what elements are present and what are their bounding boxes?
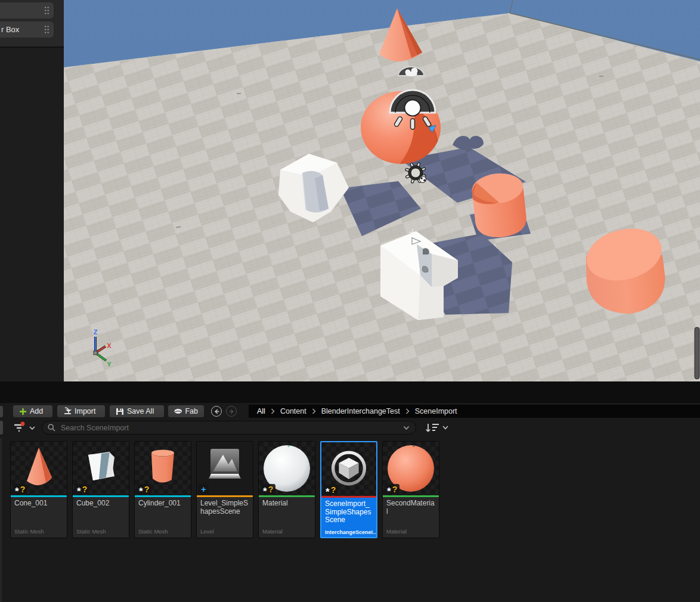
search-bar[interactable] bbox=[42, 421, 416, 435]
asset-name: SceneImport_SimpleShapesScene bbox=[321, 498, 376, 525]
search-input[interactable] bbox=[60, 423, 403, 433]
sky-light-icon[interactable] bbox=[390, 90, 435, 129]
modified-star-icon: * bbox=[77, 489, 81, 495]
chevron-right-icon bbox=[405, 408, 410, 414]
plus-icon bbox=[19, 408, 27, 415]
asset-name: Cylinder_001 bbox=[135, 497, 191, 508]
asset-name: Cone_001 bbox=[11, 497, 67, 508]
viewport-scrollbar[interactable] bbox=[695, 327, 699, 379]
sort-settings-button[interactable] bbox=[425, 422, 451, 434]
modified-star-icon: * bbox=[326, 489, 330, 495]
breadcrumb: All Content BlenderInterchangeTest Scene… bbox=[249, 405, 700, 418]
asset-badges: * ? bbox=[385, 484, 399, 494]
asset-type: Static Mesh bbox=[14, 528, 44, 535]
panel-divider-band bbox=[0, 381, 700, 403]
asset-type: Material bbox=[386, 528, 407, 535]
arrow-right-icon bbox=[229, 409, 234, 414]
save-all-button[interactable]: Save All bbox=[109, 405, 165, 418]
unknown-source-icon: ? bbox=[82, 485, 88, 494]
add-button-label: Add bbox=[30, 407, 43, 415]
asset-badges: * ? bbox=[323, 485, 338, 495]
fab-button-label: Fab bbox=[185, 407, 198, 415]
asset-tile-material[interactable]: * ? Material Material bbox=[258, 441, 315, 538]
asset-type: Level bbox=[200, 528, 214, 535]
drag-grip-icon[interactable] bbox=[44, 25, 49, 34]
asset-tile-secondmaterial[interactable]: * ? SecondMaterial Material bbox=[382, 441, 439, 538]
asset-badges: * ? bbox=[75, 484, 89, 494]
asset-tile-cube-002[interactable]: * ? Cube_002 Static Mesh bbox=[72, 441, 129, 538]
viewport-3d[interactable]: Z X Y bbox=[64, 0, 700, 381]
filter-button[interactable] bbox=[13, 421, 37, 435]
asset-thumbnail: * ? bbox=[383, 442, 439, 495]
asset-thumbnail: * ? bbox=[11, 442, 67, 495]
modified-star-icon: * bbox=[387, 489, 391, 495]
import-button[interactable]: Import bbox=[57, 405, 106, 418]
breadcrumb-item[interactable]: Content bbox=[280, 407, 306, 415]
asset-tile-level-simpleshapesscene[interactable]: + Level_SimpleShapesScene Level bbox=[196, 441, 253, 538]
panel-row-1[interactable] bbox=[0, 2, 54, 18]
asset-thumbnail: * ? bbox=[73, 442, 129, 495]
drag-grip-icon[interactable] bbox=[44, 6, 49, 15]
newly-added-icon: + bbox=[201, 484, 206, 494]
asset-name: SecondMaterial bbox=[383, 497, 439, 516]
save-icon bbox=[116, 407, 124, 415]
unknown-source-icon: ? bbox=[331, 485, 336, 495]
asset-tile-sceneimport-simpleshapesscene[interactable]: * ? SceneImport_SimpleShapesScene Interc… bbox=[320, 441, 377, 538]
asset-type: InterchangeSceneI… bbox=[325, 529, 377, 535]
content-browser: Add Import Save All Fab bbox=[0, 403, 700, 602]
asset-type: Material bbox=[262, 528, 283, 535]
modified-star-icon: * bbox=[263, 489, 267, 495]
forward-button[interactable] bbox=[226, 406, 237, 417]
unknown-source-icon: ? bbox=[392, 485, 398, 494]
asset-thumbnail: + bbox=[197, 442, 253, 495]
asset-badges: * ? bbox=[137, 484, 151, 494]
chevron-right-icon bbox=[312, 408, 316, 414]
unknown-source-icon: ? bbox=[268, 485, 274, 494]
import-button-label: Import bbox=[75, 407, 95, 415]
breadcrumb-item[interactable]: All bbox=[257, 407, 265, 415]
search-icon bbox=[48, 424, 55, 432]
asset-type: Static Mesh bbox=[138, 528, 168, 535]
unknown-source-icon: ? bbox=[144, 485, 150, 494]
asset-badges: * ? bbox=[13, 484, 27, 494]
asset-name: Cube_002 bbox=[73, 497, 129, 508]
chevron-right-icon bbox=[271, 408, 275, 414]
unknown-source-icon: ? bbox=[20, 485, 26, 494]
saved-search-chevron-icon[interactable] bbox=[403, 426, 410, 430]
axis-y-label: Y bbox=[107, 361, 111, 368]
asset-tile-cylinder-001[interactable]: * ? Cylinder_001 Static Mesh bbox=[134, 441, 191, 538]
left-edge-button[interactable] bbox=[0, 406, 3, 417]
arrow-left-icon bbox=[214, 409, 219, 414]
modified-star-icon: * bbox=[15, 489, 19, 495]
save-all-button-label: Save All bbox=[127, 407, 154, 415]
import-icon bbox=[63, 407, 72, 415]
fab-icon bbox=[174, 408, 182, 415]
asset-thumbnail: * ? bbox=[135, 442, 191, 495]
modified-star-icon: * bbox=[139, 489, 143, 495]
fab-button[interactable]: Fab bbox=[168, 405, 205, 418]
asset-badges: + bbox=[199, 484, 209, 494]
left-edge-button[interactable] bbox=[0, 421, 3, 435]
viewport-scene: Z X Y bbox=[64, 0, 700, 381]
breadcrumb-item[interactable]: SceneImport bbox=[415, 407, 457, 415]
asset-thumbnail: * ? bbox=[259, 442, 315, 495]
panel-row-2-label: r Box bbox=[1, 25, 19, 34]
axis-z-label: Z bbox=[94, 328, 98, 336]
asset-thumbnail: * ? bbox=[321, 442, 376, 496]
breadcrumb-item[interactable]: BlenderInterchangeTest bbox=[321, 407, 400, 415]
panel-row-2[interactable]: r Box bbox=[0, 21, 54, 38]
salmon-cylinder-mesh[interactable] bbox=[470, 171, 528, 240]
back-button[interactable] bbox=[211, 406, 222, 417]
asset-type: Static Mesh bbox=[76, 528, 106, 535]
left-panel-sliver bbox=[0, 438, 2, 602]
left-panel-header: r Box bbox=[0, 0, 64, 48]
asset-name: Material bbox=[259, 497, 315, 508]
left-side-panel: r Box bbox=[0, 0, 64, 381]
add-button[interactable]: Add bbox=[13, 405, 53, 418]
asset-badges: * ? bbox=[261, 484, 275, 494]
axis-x-label: X bbox=[107, 342, 111, 349]
asset-tile-cone-001[interactable]: * ? Cone_001 Static Mesh bbox=[10, 441, 67, 538]
asset-name: Level_SimpleShapesScene bbox=[197, 497, 253, 516]
